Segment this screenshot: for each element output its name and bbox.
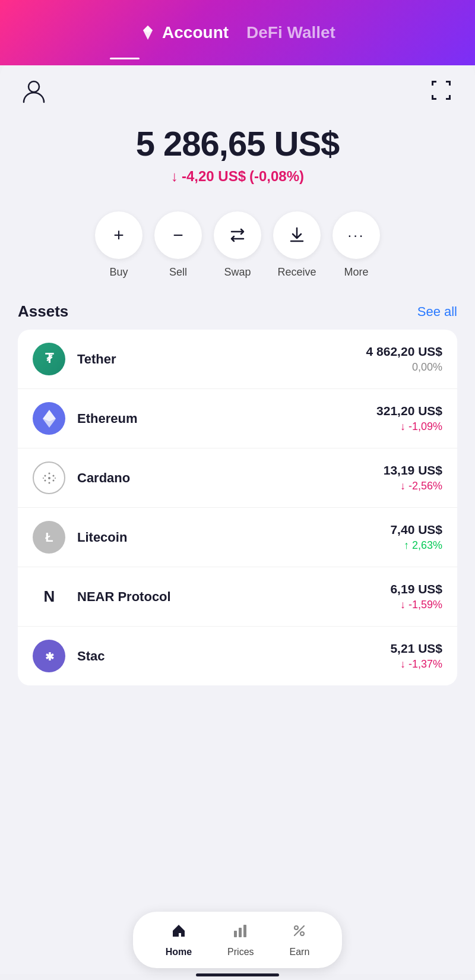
svg-point-21: [294, 926, 298, 930]
asset-amount: 321,20 US$: [376, 404, 442, 418]
list-item[interactable]: Ethereum 321,20 US$ ↓ -1,09%: [18, 389, 457, 448]
litecoin-icon: Ł: [33, 521, 65, 554]
svg-point-13: [42, 477, 43, 478]
sell-button[interactable]: − Sell: [154, 211, 202, 279]
asset-name: Litecoin: [77, 530, 390, 545]
receive-label: Receive: [277, 266, 316, 279]
prices-label: Prices: [227, 947, 254, 957]
buy-label: Buy: [109, 266, 128, 279]
home-icon: [170, 922, 187, 943]
svg-point-12: [52, 479, 54, 481]
home-indicator: [196, 973, 279, 976]
svg-point-22: [300, 932, 304, 935]
swap-button[interactable]: Swap: [214, 211, 261, 279]
nav-home[interactable]: Home: [148, 918, 210, 962]
stac-icon: ✱: [33, 640, 65, 672]
svg-point-10: [52, 475, 54, 476]
asset-values: 5,21 US$ ↓ -1,37%: [390, 641, 442, 671]
svg-point-2: [28, 81, 39, 92]
home-label: Home: [166, 947, 192, 957]
earn-label: Earn: [290, 947, 310, 957]
see-all-button[interactable]: See all: [417, 304, 457, 320]
header: Account DeFi Wallet: [0, 0, 475, 65]
list-item[interactable]: Ν NEAR Protocol 6,19 US$ ↓ -1,59%: [18, 567, 457, 627]
svg-point-7: [48, 472, 50, 474]
main-card: 5 286,65 US$ ↓ -4,20 US$ (-0,08%) + Buy …: [0, 59, 475, 974]
more-button[interactable]: ··· More: [332, 211, 380, 279]
buy-button[interactable]: + Buy: [95, 211, 142, 279]
balance-amount: 5 286,65 US$: [12, 124, 463, 163]
svg-point-9: [44, 475, 46, 476]
bottom-nav: Home Prices Earn: [0, 909, 475, 980]
asset-change: ↑ 2,63%: [390, 539, 442, 552]
asset-name: NEAR Protocol: [77, 589, 390, 605]
asset-change: ↓ -2,56%: [384, 480, 442, 492]
svg-point-14: [54, 477, 55, 478]
action-buttons: + Buy − Sell Swap Re: [0, 191, 475, 290]
change-percent: (-0,08%): [249, 168, 304, 185]
svg-rect-19: [239, 928, 242, 937]
tab-underline: [110, 58, 140, 59]
svg-point-6: [48, 477, 50, 479]
asset-name: Ethereum: [77, 411, 376, 426]
buy-circle: +: [95, 211, 142, 259]
nav-earn[interactable]: Earn: [272, 918, 328, 962]
svg-text:✱: ✱: [45, 651, 53, 663]
svg-rect-20: [243, 925, 246, 937]
asset-change: ↓ -1,37%: [390, 658, 442, 671]
profile-icon[interactable]: [21, 77, 47, 106]
asset-amount: 5,21 US$: [390, 641, 442, 656]
asset-values: 7,40 US$ ↑ 2,63%: [390, 523, 442, 552]
tether-icon: ₮: [33, 343, 65, 375]
change-amount: -4,20 US$: [182, 168, 246, 185]
receive-button[interactable]: Receive: [273, 211, 321, 279]
svg-rect-18: [234, 931, 237, 937]
svg-point-11: [44, 479, 46, 481]
asset-name: Cardano: [77, 470, 384, 486]
asset-values: 321,20 US$ ↓ -1,09%: [376, 404, 442, 433]
asset-amount: 4 862,20 US$: [366, 344, 442, 359]
asset-amount: 13,19 US$: [384, 463, 442, 478]
nav-prices[interactable]: Prices: [210, 918, 271, 962]
cardano-icon: [33, 461, 65, 494]
sell-label: Sell: [169, 266, 187, 279]
svg-point-8: [48, 482, 50, 483]
asset-values: 6,19 US$ ↓ -1,59%: [390, 582, 442, 611]
nav-pill: Home Prices Earn: [133, 912, 343, 968]
change-arrow: ↓: [171, 168, 178, 185]
asset-change: ↓ -1,09%: [376, 421, 442, 433]
svg-text:₮: ₮: [45, 351, 54, 366]
swap-label: Swap: [224, 266, 251, 279]
svg-line-23: [294, 926, 304, 935]
list-item[interactable]: ₮ Tether 4 862,20 US$ 0,00%: [18, 330, 457, 389]
asset-change: ↓ -1,59%: [390, 599, 442, 611]
sell-circle: −: [154, 211, 202, 259]
swap-circle: [214, 211, 261, 259]
prices-icon: [232, 922, 249, 943]
ethereum-icon: [33, 402, 65, 435]
asset-amount: 6,19 US$: [390, 582, 442, 596]
more-circle: ···: [332, 211, 380, 259]
assets-header: Assets See all: [18, 302, 457, 321]
list-item[interactable]: Cardano 13,19 US$ ↓ -2,56%: [18, 448, 457, 508]
asset-name: Tether: [77, 352, 366, 367]
list-item[interactable]: ✱ Stac 5,21 US$ ↓ -1,37%: [18, 627, 457, 685]
account-tab[interactable]: Account: [140, 23, 229, 42]
defi-tab[interactable]: DeFi Wallet: [246, 23, 335, 42]
assets-title: Assets: [18, 302, 68, 321]
top-bar: [0, 59, 475, 112]
asset-change: 0,00%: [366, 361, 442, 374]
diamond-icon: [140, 24, 156, 41]
near-icon: Ν: [33, 580, 65, 613]
assets-section: Assets See all ₮ Tether 4 862,20 US$ 0,0…: [0, 290, 475, 691]
balance-change: ↓ -4,20 US$ (-0,08%): [12, 168, 463, 185]
svg-text:Ν: Ν: [43, 587, 55, 605]
scan-icon[interactable]: [428, 77, 454, 106]
asset-name: Stac: [77, 649, 390, 664]
more-label: More: [344, 266, 368, 279]
earn-icon: [291, 922, 308, 943]
list-item[interactable]: Ł Litecoin 7,40 US$ ↑ 2,63%: [18, 508, 457, 567]
balance-section: 5 286,65 US$ ↓ -4,20 US$ (-0,08%): [0, 112, 475, 191]
asset-values: 13,19 US$ ↓ -2,56%: [384, 463, 442, 492]
account-label: Account: [162, 23, 229, 42]
